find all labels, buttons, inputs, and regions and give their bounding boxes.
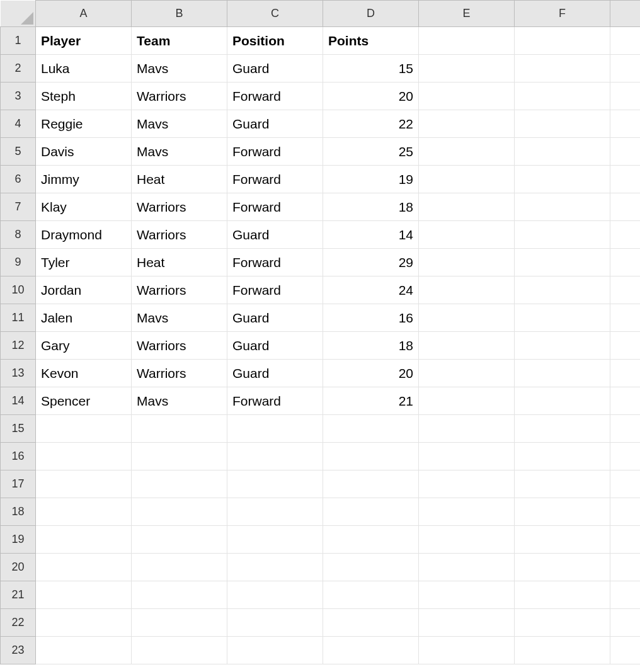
- cell-C6[interactable]: Forward: [227, 166, 323, 193]
- cell-C13[interactable]: Guard: [227, 360, 323, 387]
- cell-C9[interactable]: Forward: [227, 249, 323, 276]
- cell-A1[interactable]: Player: [36, 27, 132, 55]
- cell-A8[interactable]: Draymond: [36, 221, 132, 249]
- cell-A13[interactable]: Kevon: [36, 360, 132, 387]
- cell-F12[interactable]: [515, 332, 610, 360]
- column-header-D[interactable]: D: [323, 1, 419, 27]
- cell-B6[interactable]: Heat: [132, 166, 227, 193]
- cell-E2[interactable]: [419, 55, 515, 83]
- row-header-21[interactable]: 21: [1, 581, 36, 609]
- row-header-5[interactable]: 5: [1, 138, 36, 166]
- row-header-12[interactable]: 12: [1, 332, 36, 360]
- cell-E6[interactable]: [419, 166, 515, 193]
- cell-A6[interactable]: Jimmy: [36, 166, 132, 193]
- cell-D12[interactable]: 18: [323, 332, 419, 360]
- cell-C2[interactable]: Guard: [227, 55, 323, 83]
- cell-D13[interactable]: 20: [323, 360, 419, 387]
- cell-D10[interactable]: 24: [323, 276, 419, 304]
- cell-E19[interactable]: [419, 526, 515, 554]
- cell-partial-20[interactable]: [610, 554, 641, 581]
- cell-B19[interactable]: [132, 526, 227, 554]
- cell-partial-16[interactable]: [610, 443, 641, 470]
- cell-D21[interactable]: [323, 581, 419, 609]
- cell-partial-13[interactable]: [610, 360, 641, 387]
- cell-E13[interactable]: [419, 360, 515, 387]
- cell-B13[interactable]: Warriors: [132, 360, 227, 387]
- cell-F6[interactable]: [515, 166, 610, 193]
- cell-E17[interactable]: [419, 470, 515, 498]
- cell-D19[interactable]: [323, 526, 419, 554]
- cell-B9[interactable]: Heat: [132, 249, 227, 276]
- cell-D18[interactable]: [323, 498, 419, 526]
- cell-D2[interactable]: 15: [323, 55, 419, 83]
- row-header-13[interactable]: 13: [1, 360, 36, 387]
- cell-F13[interactable]: [515, 360, 610, 387]
- cell-A15[interactable]: [36, 415, 132, 443]
- cell-D20[interactable]: [323, 554, 419, 581]
- cell-partial-8[interactable]: [610, 221, 641, 249]
- cell-partial-17[interactable]: [610, 470, 641, 498]
- cell-A14[interactable]: Spencer: [36, 387, 132, 415]
- cell-A18[interactable]: [36, 498, 132, 526]
- cell-F18[interactable]: [515, 498, 610, 526]
- cell-E11[interactable]: [419, 304, 515, 332]
- cell-F16[interactable]: [515, 443, 610, 470]
- cell-A12[interactable]: Gary: [36, 332, 132, 360]
- cell-E8[interactable]: [419, 221, 515, 249]
- cell-F11[interactable]: [515, 304, 610, 332]
- cell-E5[interactable]: [419, 138, 515, 166]
- cell-F9[interactable]: [515, 249, 610, 276]
- cell-F4[interactable]: [515, 110, 610, 138]
- cell-F22[interactable]: [515, 609, 610, 637]
- cell-F17[interactable]: [515, 470, 610, 498]
- cell-B5[interactable]: Mavs: [132, 138, 227, 166]
- cell-A3[interactable]: Steph: [36, 83, 132, 110]
- row-header-7[interactable]: 7: [1, 193, 36, 221]
- cell-C17[interactable]: [227, 470, 323, 498]
- cell-A9[interactable]: Tyler: [36, 249, 132, 276]
- cell-A23[interactable]: [36, 637, 132, 664]
- column-header-E[interactable]: E: [419, 1, 515, 27]
- cell-partial-22[interactable]: [610, 609, 641, 637]
- cell-D3[interactable]: 20: [323, 83, 419, 110]
- cell-partial-18[interactable]: [610, 498, 641, 526]
- cell-E12[interactable]: [419, 332, 515, 360]
- cell-A19[interactable]: [36, 526, 132, 554]
- cell-A4[interactable]: Reggie: [36, 110, 132, 138]
- cell-F10[interactable]: [515, 276, 610, 304]
- cell-D23[interactable]: [323, 637, 419, 664]
- row-header-3[interactable]: 3: [1, 83, 36, 110]
- cell-C22[interactable]: [227, 609, 323, 637]
- cell-E23[interactable]: [419, 637, 515, 664]
- cell-F3[interactable]: [515, 83, 610, 110]
- cell-partial-2[interactable]: [610, 55, 641, 83]
- column-header-partial[interactable]: [610, 1, 641, 27]
- select-all-corner[interactable]: [1, 1, 36, 27]
- cell-partial-23[interactable]: [610, 637, 641, 664]
- cell-A17[interactable]: [36, 470, 132, 498]
- cell-E21[interactable]: [419, 581, 515, 609]
- cell-partial-11[interactable]: [610, 304, 641, 332]
- cell-B2[interactable]: Mavs: [132, 55, 227, 83]
- cell-F2[interactable]: [515, 55, 610, 83]
- cell-F5[interactable]: [515, 138, 610, 166]
- cell-B17[interactable]: [132, 470, 227, 498]
- cell-D6[interactable]: 19: [323, 166, 419, 193]
- cell-C10[interactable]: Forward: [227, 276, 323, 304]
- cell-B22[interactable]: [132, 609, 227, 637]
- cell-F7[interactable]: [515, 193, 610, 221]
- cell-B23[interactable]: [132, 637, 227, 664]
- cell-C18[interactable]: [227, 498, 323, 526]
- cell-B8[interactable]: Warriors: [132, 221, 227, 249]
- cell-C15[interactable]: [227, 415, 323, 443]
- row-header-20[interactable]: 20: [1, 554, 36, 581]
- cell-C20[interactable]: [227, 554, 323, 581]
- column-header-F[interactable]: F: [515, 1, 610, 27]
- cell-C12[interactable]: Guard: [227, 332, 323, 360]
- cell-D16[interactable]: [323, 443, 419, 470]
- cell-D15[interactable]: [323, 415, 419, 443]
- cell-C14[interactable]: Forward: [227, 387, 323, 415]
- cell-B16[interactable]: [132, 443, 227, 470]
- row-header-2[interactable]: 2: [1, 55, 36, 83]
- cell-A11[interactable]: Jalen: [36, 304, 132, 332]
